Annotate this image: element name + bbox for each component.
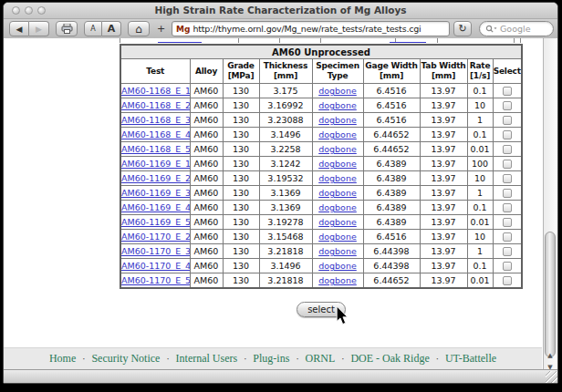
select-checkbox[interactable] — [503, 276, 512, 285]
specimen-type-link[interactable]: dogbone — [318, 261, 357, 271]
cell-alloy: AM60 — [190, 186, 223, 201]
specimen-type-link[interactable]: dogbone — [318, 144, 357, 154]
decrease-font-button[interactable]: A — [84, 21, 102, 36]
resize-grip[interactable] — [546, 371, 557, 383]
address-bar[interactable]: Mg http://thyme.ornl.gov/Mg_new/rate_tes… — [172, 21, 450, 36]
search-input[interactable]: Google — [479, 21, 554, 36]
cell-grade: 130 — [223, 259, 259, 273]
specimen-type-link[interactable]: dogbone — [318, 232, 357, 242]
cell-test: AM60-1168_E_3 — [120, 113, 190, 128]
cell-alloy: AM60 — [190, 142, 223, 157]
specimen-type-link[interactable]: dogbone — [318, 129, 357, 139]
new-tab-button[interactable]: + — [153, 21, 169, 36]
select-checkbox[interactable] — [503, 145, 512, 154]
select-checkbox[interactable] — [503, 203, 512, 212]
scrollbar-thumb[interactable] — [545, 232, 556, 357]
cell-specimen: dogbone — [312, 142, 363, 157]
cell-select — [493, 201, 522, 215]
select-checkbox[interactable] — [503, 262, 512, 271]
cell-tab_width: 13.97 — [420, 244, 467, 259]
home-icon: ⌂ — [135, 23, 142, 36]
cell-test: AM60-1170_E_5 — [120, 273, 190, 289]
cell-select — [493, 113, 522, 128]
test-link[interactable]: AM60-1170_E_4 — [121, 261, 190, 271]
footer-link-ornl[interactable]: ORNL — [306, 352, 336, 365]
specimen-type-link[interactable]: dogbone — [318, 159, 357, 169]
select-checkbox[interactable] — [503, 232, 512, 242]
print-button[interactable] — [56, 21, 78, 36]
cell-thickness: 3.1496 — [259, 259, 312, 273]
cell-gage_width: 6.4389 — [363, 215, 420, 230]
cell-gage_width: 6.44652 — [363, 273, 420, 289]
select-checkbox[interactable] — [503, 174, 512, 183]
increase-font-button[interactable]: A — [102, 21, 121, 36]
footer-link-doe-oak-ridge[interactable]: DOE - Oak Ridge — [350, 352, 429, 365]
reload-button[interactable]: ↻ — [453, 21, 472, 36]
minimize-window-button[interactable] — [25, 6, 33, 15]
test-link[interactable]: AM60-1168_E_5 — [121, 144, 190, 154]
specimen-type-link[interactable]: dogbone — [318, 246, 357, 256]
back-button[interactable]: ◀ — [9, 21, 29, 36]
close-window-button[interactable] — [12, 6, 20, 15]
test-link[interactable]: AM60-1169_E_5 — [121, 217, 190, 227]
cell-tab_width: 13.97 — [420, 273, 467, 289]
select-checkbox[interactable] — [503, 130, 512, 139]
test-link[interactable]: AM60-1168_E_2 — [121, 100, 190, 110]
specimen-type-link[interactable]: dogbone — [318, 86, 357, 96]
footer-link-security-notice[interactable]: Security Notice — [91, 352, 160, 365]
test-link[interactable]: AM60-1169_E_2 — [121, 173, 190, 183]
scroll-up-button[interactable]: ▲ — [544, 350, 557, 362]
vertical-scrollbar[interactable]: ▲ ▼ — [543, 38, 557, 374]
select-checkbox[interactable] — [503, 87, 512, 96]
footer-link-internal-users[interactable]: Internal Users — [176, 352, 238, 365]
select-checkbox[interactable] — [503, 189, 512, 198]
test-link[interactable]: AM60-1170_E_5 — [121, 275, 190, 285]
table-row: AM60-1170_E_2AM601303.15468dogbone6.4516… — [120, 230, 522, 244]
specimen-type-link[interactable]: dogbone — [318, 188, 357, 198]
footer-link-ut-battelle[interactable]: UT-Battelle — [445, 352, 496, 365]
cell-thickness: 3.23088 — [259, 113, 312, 128]
specimen-type-link[interactable]: dogbone — [318, 202, 357, 212]
test-link[interactable]: AM60-1169_E_1 — [121, 159, 190, 169]
cell-tab_width: 13.97 — [420, 230, 467, 244]
specimen-type-link[interactable]: dogbone — [318, 217, 357, 227]
forward-icon: ▶ — [36, 25, 42, 34]
test-link[interactable]: AM60-1169_E_4 — [121, 202, 190, 212]
select-checkbox[interactable] — [503, 160, 512, 169]
cell-tab_width: 13.97 — [420, 142, 467, 157]
cell-test: AM60-1168_E_2 — [120, 98, 190, 113]
specimen-type-link[interactable]: dogbone — [318, 100, 357, 110]
test-link[interactable]: AM60-1170_E_3 — [121, 246, 190, 256]
footer-link-plug-ins[interactable]: Plug-ins — [253, 352, 289, 365]
cell-alloy: AM60 — [190, 128, 223, 142]
cell-rate: 0.1 — [467, 201, 493, 215]
select-checkbox[interactable] — [503, 218, 512, 227]
cell-specimen: dogbone — [312, 128, 363, 142]
select-checkbox[interactable] — [503, 116, 512, 125]
select-checkbox[interactable] — [503, 247, 512, 256]
specimen-type-link[interactable]: dogbone — [318, 275, 357, 285]
select-checkbox[interactable] — [503, 101, 512, 110]
forward-button[interactable]: ▶ — [29, 21, 49, 36]
cell-rate: 0.01 — [467, 142, 493, 157]
cell-rate: 1 — [467, 244, 493, 259]
specimen-type-link[interactable]: dogbone — [318, 115, 357, 125]
footer-link-home[interactable]: Home — [49, 352, 76, 365]
cell-alloy: AM60 — [190, 273, 223, 289]
test-link[interactable]: AM60-1168_E_1 — [121, 86, 190, 96]
test-link[interactable]: AM60-1169_E_3 — [121, 188, 190, 198]
test-link[interactable]: AM60-1168_E_3 — [121, 115, 190, 125]
cell-thickness: 3.1242 — [259, 157, 312, 171]
cell-thickness: 3.19532 — [259, 171, 312, 186]
cell-rate: 1 — [467, 186, 493, 201]
specimen-type-link[interactable]: dogbone — [318, 173, 357, 183]
home-button[interactable]: ⌂ — [128, 21, 150, 36]
site-favicon: Mg — [176, 25, 190, 34]
cell-grade: 130 — [223, 273, 259, 289]
test-link[interactable]: AM60-1168_E_4 — [121, 129, 190, 139]
cell-alloy: AM60 — [190, 201, 223, 215]
zoom-window-button[interactable] — [37, 6, 46, 15]
cell-select — [493, 244, 522, 259]
test-link[interactable]: AM60-1170_E_2 — [121, 232, 190, 242]
cell-test: AM60-1168_E_5 — [120, 142, 190, 157]
